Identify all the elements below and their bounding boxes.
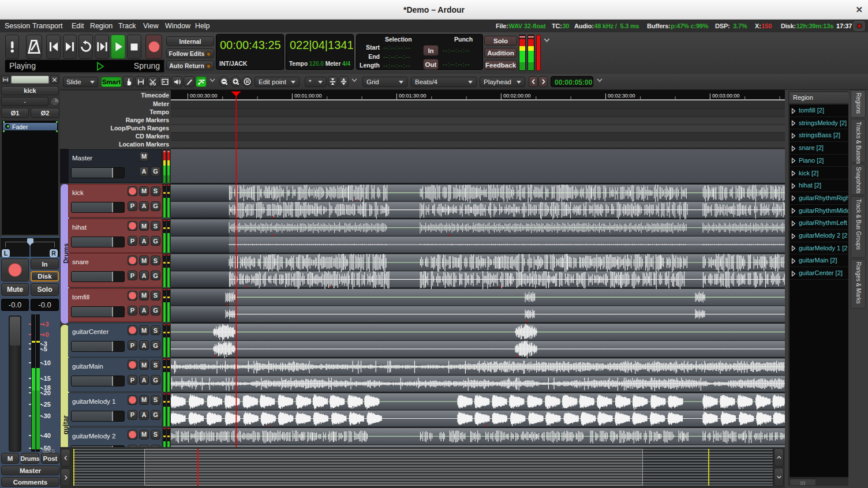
- svg-text:00:02:00:00: 00:02:00:00: [503, 93, 531, 99]
- svg-text:00:01:30:00: 00:01:30:00: [399, 93, 426, 99]
- svg-text:00:00:30:00: 00:00:30:00: [190, 93, 218, 99]
- svg-text:00:02:30:00: 00:02:30:00: [608, 93, 635, 99]
- svg-text:00:01:00:00: 00:01:00:00: [294, 93, 322, 99]
- svg-text:00:03:00:00: 00:03:00:00: [712, 93, 740, 99]
